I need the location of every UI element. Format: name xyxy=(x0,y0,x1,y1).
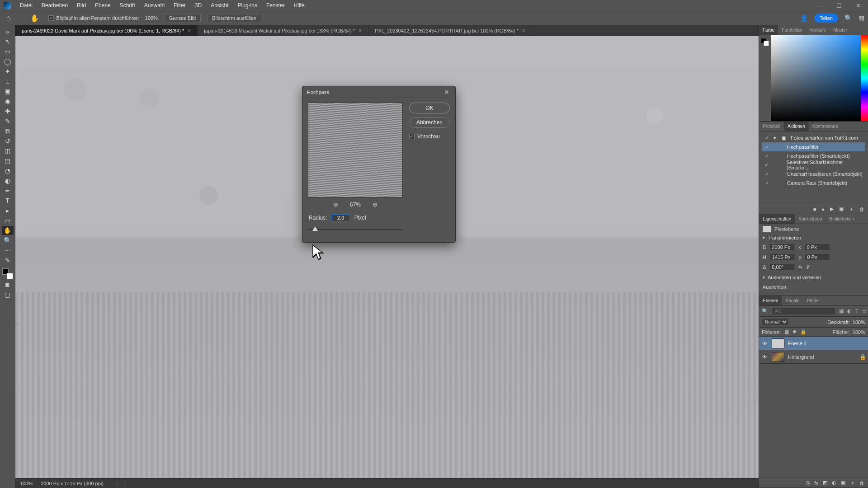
mini-swatches[interactable] xyxy=(761,38,769,46)
menu-window[interactable]: Fenster xyxy=(263,2,288,9)
status-zoom[interactable]: 100% xyxy=(20,481,33,486)
color-picker[interactable] xyxy=(759,35,868,121)
stop-icon[interactable]: ■ xyxy=(813,206,816,212)
window-close-icon[interactable]: ✕ xyxy=(852,2,864,9)
screenmode-icon[interactable]: ▢ xyxy=(2,290,14,299)
filter-adjust-icon[interactable]: ◐ xyxy=(847,308,852,314)
group-icon[interactable]: ▣ xyxy=(841,480,845,486)
frame-tool[interactable]: ▣ xyxy=(2,87,14,96)
new-set-icon[interactable]: ▣ xyxy=(839,206,844,212)
filter-type-icon[interactable]: T xyxy=(855,309,859,314)
radius-input[interactable] xyxy=(332,214,350,221)
transform-section[interactable]: ▾ Transformieren xyxy=(763,235,864,240)
flip-h-icon[interactable]: ⇋ xyxy=(798,264,802,270)
menu-select[interactable]: Auswahl xyxy=(141,2,168,9)
filter-shape-icon[interactable]: ▭ xyxy=(862,308,867,314)
fit-screen-button[interactable]: Ganzes Bild xyxy=(164,14,201,22)
tab-adjustments[interactable]: Korrekturen xyxy=(795,214,826,224)
lock-all-icon[interactable]: 🔒 xyxy=(800,329,807,335)
brush-tool[interactable]: ✎ xyxy=(2,117,14,126)
visibility-icon[interactable]: ✓ xyxy=(764,180,770,186)
x-input[interactable] xyxy=(805,244,830,251)
pen-tool[interactable]: ✒ xyxy=(2,186,14,195)
action-item[interactable]: ✓ Selektiver Scharfzeichner (Smarto... xyxy=(762,160,865,169)
zoom-tool[interactable]: 🔍 xyxy=(2,236,14,245)
fx-icon[interactable]: fx xyxy=(814,480,818,486)
tab-gradients[interactable]: Verläufe xyxy=(806,25,830,35)
status-nav-icon[interactable]: 〈 〉 xyxy=(113,480,130,487)
home-icon[interactable]: ⌂ xyxy=(4,14,14,22)
toolbox-toggle-icon[interactable]: » xyxy=(2,27,14,36)
layer-thumb[interactable] xyxy=(772,338,784,348)
close-icon[interactable]: × xyxy=(359,28,362,34)
tab-swatches[interactable]: Farbfelder xyxy=(778,25,806,35)
tab-history[interactable]: Protokoll xyxy=(759,122,784,131)
record-icon[interactable]: ● xyxy=(821,206,825,212)
lasso-tool[interactable]: ◯ xyxy=(2,57,14,66)
window-minimize-icon[interactable]: — xyxy=(814,2,826,9)
lock-pixels-icon[interactable]: ▦ xyxy=(784,329,789,335)
zoom-in-icon[interactable]: ⊕ xyxy=(371,201,379,208)
path-select-tool[interactable]: ▸ xyxy=(2,206,14,215)
new-action-icon[interactable]: ＋ xyxy=(849,206,854,212)
trash-icon[interactable]: 🗑 xyxy=(859,206,864,212)
color-swatches[interactable] xyxy=(2,268,13,279)
canvas[interactable]: Hochpass ✕ ⊖ 67% ⊕ Radius: xyxy=(15,36,759,478)
marquee-tool[interactable]: ▭ xyxy=(2,47,14,56)
user-icon[interactable]: 👤 xyxy=(800,14,808,22)
more-tool[interactable]: ⋯ xyxy=(2,246,14,255)
edit-toolbar[interactable]: ✎ xyxy=(2,256,14,265)
flip-v-icon[interactable]: ⇵ xyxy=(806,264,810,270)
slider-thumb-icon[interactable] xyxy=(312,226,318,231)
radius-slider[interactable] xyxy=(308,225,403,234)
mask-icon[interactable]: ◩ xyxy=(823,480,827,486)
lock-icon[interactable]: 🔒 xyxy=(859,354,866,360)
document-tab[interactable]: PXL_20230422_122623454.PORTRAIT.jpg bei … xyxy=(368,25,532,36)
dodge-tool[interactable]: ◐ xyxy=(2,176,14,185)
document-tab[interactable]: paris-2499022 David Mark auf Pixabay.jpg… xyxy=(15,25,198,36)
move-tool[interactable]: ↖ xyxy=(2,37,14,46)
tab-actions[interactable]: Aktionen xyxy=(784,122,809,131)
align-section[interactable]: ▾ Ausrichten und verteilen xyxy=(763,275,864,280)
width-input[interactable] xyxy=(769,244,795,251)
visibility-icon[interactable]: ✓ xyxy=(764,153,770,159)
scroll-all-windows-checkbox[interactable]: ✓ Bildlauf in allen Fenstern durchführen xyxy=(48,15,139,21)
document-tab[interactable]: japan-2014618 Masashi Wakui auf Pixabay.… xyxy=(198,25,368,36)
window-maximize-icon[interactable]: ☐ xyxy=(833,2,845,9)
workspace-icon[interactable]: ▦ xyxy=(859,14,864,22)
menu-help[interactable]: Hilfe xyxy=(290,2,308,9)
menu-plugins[interactable]: Plug-ins xyxy=(234,2,261,9)
play-icon[interactable]: ▶ xyxy=(830,206,834,212)
action-item[interactable]: ✓ Unscharf maskieren (Smartobjekt) xyxy=(762,169,865,178)
eraser-tool[interactable]: ◫ xyxy=(2,146,14,155)
visibility-icon[interactable]: ✓ xyxy=(764,135,770,141)
fill-value[interactable]: 100% xyxy=(853,329,865,335)
tab-libraries[interactable]: Bibliotheken xyxy=(826,214,858,224)
search-icon[interactable]: 🔍 xyxy=(762,308,768,314)
eyedropper-tool[interactable]: ◉ xyxy=(2,97,14,106)
zoom-value[interactable]: 100% xyxy=(145,15,158,21)
shape-tool[interactable]: ▭ xyxy=(2,216,14,225)
filter-image-icon[interactable]: ▦ xyxy=(839,308,844,314)
visibility-icon[interactable]: ✓ xyxy=(764,171,770,177)
layer-row[interactable]: 👁 Ebene 1 xyxy=(759,337,868,350)
action-item[interactable]: ✓ Camera Raw (Smartobjekt) xyxy=(762,178,865,188)
crop-tool[interactable]: ⟂ xyxy=(2,77,14,86)
close-icon[interactable]: × xyxy=(522,28,525,34)
lock-position-icon[interactable]: ✥ xyxy=(793,329,797,335)
tab-comments[interactable]: Kommentare xyxy=(809,122,842,131)
menu-edit[interactable]: Bearbeiten xyxy=(38,2,71,9)
menu-3d[interactable]: 3D xyxy=(191,2,205,9)
type-tool[interactable]: T xyxy=(2,196,14,205)
height-input[interactable] xyxy=(770,253,795,261)
action-set[interactable]: ✓ ▾ ▣ Fotos schärfen von TutKit.com xyxy=(762,133,865,142)
visibility-icon[interactable]: 👁 xyxy=(761,354,768,360)
menu-view[interactable]: Ansicht xyxy=(207,2,232,9)
hand-tool[interactable]: ✋ xyxy=(2,226,14,235)
tab-paths[interactable]: Pfade xyxy=(803,296,822,305)
share-button[interactable]: Teilen xyxy=(814,14,838,23)
visibility-icon[interactable]: ✓ xyxy=(764,144,770,150)
action-item[interactable]: ✓ Hochpassfilter (Smartobjekt) xyxy=(762,151,865,160)
trash-icon[interactable]: 🗑 xyxy=(859,480,864,486)
search-icon[interactable]: 🔍 xyxy=(844,14,852,22)
